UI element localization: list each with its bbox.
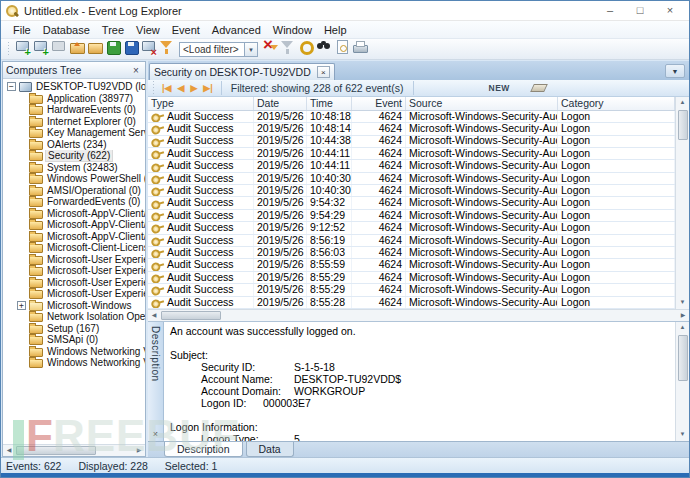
menu-item-advanced[interactable]: Advanced [206,23,267,37]
scroll-left-icon[interactable]: ◀ [148,310,160,321]
tree-item[interactable]: Microsoft-AppV-Client/Operatio [3,219,145,231]
eraser-icon[interactable] [530,84,548,92]
table-row[interactable]: Audit Success2019/5/2610:48:184624Micros… [148,111,675,123]
tree-item[interactable]: Security (622) [3,150,145,162]
view-page-icon[interactable] [334,39,350,55]
menu-item-tree[interactable]: Tree [96,23,130,37]
find-icon[interactable] [316,39,332,55]
first-event-button[interactable]: |◀ [159,80,174,96]
print-icon[interactable] [352,39,368,55]
table-row[interactable]: Audit Success2019/5/2610:44:114624Micros… [148,160,675,172]
table-row[interactable]: Audit Success2019/5/2610:40:304624Micros… [148,185,675,197]
scroll-down-icon[interactable]: ▼ [676,297,689,309]
table-row[interactable]: Audit Success2019/5/268:55:294624Microso… [148,284,675,296]
open-remote-log-icon[interactable] [69,39,85,55]
tree-item[interactable]: OAlerts (234) [3,139,145,151]
table-hscrollbar[interactable]: ◀ ▶ [148,309,689,321]
scroll-right-icon[interactable]: ▶ [677,310,689,321]
column-header-date[interactable]: Date [254,97,307,110]
bottom-tab-data[interactable]: Data [246,442,294,457]
scroll-up-icon[interactable]: ▲ [676,97,689,109]
goto-event-ring-icon[interactable] [298,39,314,55]
bottom-tab-description[interactable]: Description [164,442,243,457]
tree-item[interactable]: Network Isolation Operational [3,311,145,323]
table-row[interactable]: Audit Success2019/5/2610:40:304624Micros… [148,173,675,185]
load-filter-value[interactable]: <Load filter> [179,42,245,57]
tree-item[interactable]: Windows PowerShell (11234) [3,173,145,185]
menu-item-database[interactable]: Database [37,23,96,37]
tree-item[interactable]: ForwardedEvents (0) [3,196,145,208]
scroll-thumb[interactable] [16,446,96,455]
tab-list-dropdown-icon[interactable]: ▼ [665,64,685,78]
tree-item[interactable]: −DESKTOP-TU92VDD (local) [3,81,145,93]
minimize-button[interactable]: – [595,3,625,19]
prev-event-button[interactable]: ◀ [174,80,187,96]
menu-item-file[interactable]: File [7,23,37,37]
table-row[interactable]: Audit Success2019/5/2610:44:384624Micros… [148,136,675,148]
filter-disabled-icon[interactable] [280,39,296,55]
tree-item[interactable]: Setup (167) [3,323,145,335]
filter-icon[interactable] [159,39,175,55]
scroll-thumb[interactable] [678,335,688,381]
table-row[interactable]: Audit Success2019/5/269:12:524624Microso… [148,222,675,234]
description-vscrollbar[interactable]: ▲ ▼ [675,322,689,441]
scroll-down-icon[interactable]: ▼ [676,429,689,441]
save-log-icon[interactable] [123,39,139,55]
remove-log-icon[interactable] [141,39,157,55]
column-header-event[interactable]: Event [352,97,406,110]
add-computer-wizard-icon[interactable] [33,39,49,55]
tab-security-log[interactable]: Security on DESKTOP-TU92VDD × [149,63,335,80]
tree-item[interactable]: Windows Networking Vpn Plugi [3,357,145,369]
tree-item[interactable]: HardwareEvents (0) [3,104,145,116]
description-close-icon[interactable]: × [153,429,158,439]
column-header-source[interactable]: Source [406,97,558,110]
menu-item-help[interactable]: Help [318,23,353,37]
tree-item[interactable]: Microsoft-AppV-Client/Admin (0 [3,208,145,220]
tree-item[interactable]: Windows Networking Vpn Plugi [3,346,145,358]
maximize-button[interactable]: □ [625,3,655,19]
open-log-file-icon[interactable] [87,39,103,55]
clear-filter-icon[interactable] [262,39,278,55]
tab-close-icon[interactable]: × [317,66,330,78]
tree-item[interactable]: Key Management Service (0) [3,127,145,139]
column-header-category[interactable]: Category [558,97,675,110]
scroll-up-icon[interactable]: ▲ [676,322,689,334]
table-row[interactable]: Audit Success2019/5/269:54:294624Microso… [148,210,675,222]
tree-item[interactable]: AMSI/Operational (0) [3,185,145,197]
column-header-type[interactable]: Type [148,97,254,110]
table-row[interactable]: Audit Success2019/5/268:55:294624Microso… [148,272,675,284]
expand-icon[interactable]: + [17,301,26,310]
tree-item[interactable]: Microsoft-User Experience Virtu [3,288,145,300]
scroll-right-icon[interactable]: ▶ [133,445,145,456]
computer-disabled-icon[interactable] [51,39,67,55]
tree-item[interactable]: SMSApi (0) [3,334,145,346]
table-row[interactable]: Audit Success2019/5/268:55:284624Microso… [148,297,675,309]
close-button[interactable]: × [655,3,685,19]
tree-item[interactable]: +Microsoft-Windows [3,300,145,312]
last-event-button[interactable]: ▶| [200,80,215,96]
scroll-left-icon[interactable]: ◀ [3,445,15,456]
tree-item[interactable]: Internet Explorer (0) [3,116,145,128]
table-row[interactable]: Audit Success2019/5/268:56:034624Microso… [148,247,675,259]
table-row[interactable]: Audit Success2019/5/268:55:594624Microso… [148,259,675,271]
scroll-thumb[interactable] [161,311,221,320]
tree-item[interactable]: Microsoft-User Experience Virtu [3,277,145,289]
collapse-icon[interactable]: − [7,82,16,91]
tree-hscrollbar[interactable]: ◀ ▶ [3,444,145,456]
table-vscrollbar[interactable]: ▲ ▼ [675,97,689,309]
add-computer-icon[interactable] [15,39,31,55]
tree-item[interactable]: Application (38977) [3,93,145,105]
menu-item-window[interactable]: Window [267,23,318,37]
tree-item[interactable]: Microsoft-AppV-Client/Virtual A [3,231,145,243]
load-filter-arrow-icon[interactable]: ▼ [245,42,258,57]
next-event-button[interactable]: ▶ [187,80,200,96]
load-filter-dropdown[interactable]: <Load filter> ▼ [179,42,258,57]
tree-item[interactable]: Microsoft-User Experience Virtu [3,254,145,266]
save-log-green-icon[interactable] [105,39,121,55]
computers-tree-close-icon[interactable]: × [130,65,142,76]
scroll-thumb[interactable] [678,110,688,140]
table-row[interactable]: Audit Success2019/5/2610:48:144624Micros… [148,123,675,135]
tree-item[interactable]: System (32483) [3,162,145,174]
column-header-time[interactable]: Time [307,97,352,110]
table-row[interactable]: Audit Success2019/5/268:56:194624Microso… [148,235,675,247]
